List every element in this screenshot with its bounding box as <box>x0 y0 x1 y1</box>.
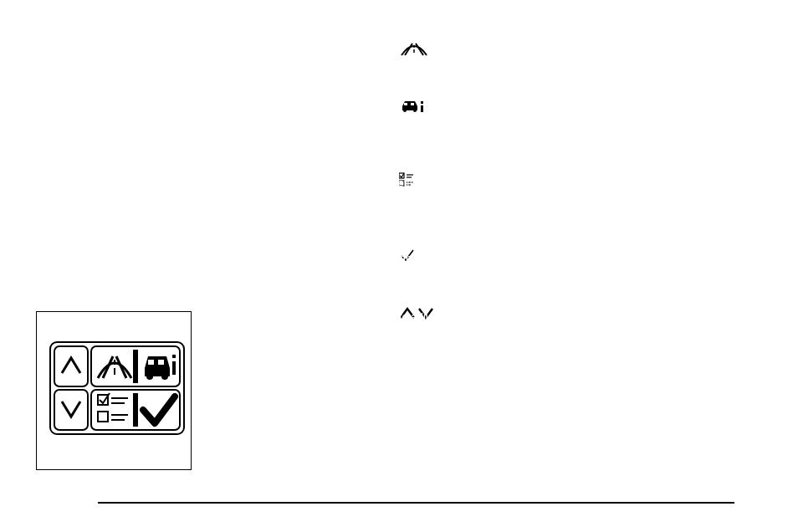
customization-text: Press this button to customize the featu… <box>100 176 746 204</box>
set-reset-label: (Set/Reset): <box>100 252 161 264</box>
vehicle-info-description: (Vehicle Information): Press this button… <box>100 115 748 145</box>
svg-rect-25 <box>148 360 154 365</box>
set-reset-description: (Set/Reset): Press this button to set or… <box>100 251 748 266</box>
car-info-icon <box>399 99 426 114</box>
svg-rect-8 <box>421 101 423 104</box>
set-reset-text: Press this button to set or reset certai… <box>164 252 657 264</box>
svg-rect-9 <box>421 105 423 112</box>
arrows-description: : Press either of these buttons to adjus… <box>251 309 748 339</box>
svg-rect-17 <box>54 346 88 386</box>
svg-rect-38 <box>133 393 138 427</box>
arrows-text: Press either of these buttons to adjust … <box>251 310 741 338</box>
svg-rect-30 <box>172 361 176 375</box>
road-perspective-icon <box>400 40 428 59</box>
arrows-label: : <box>251 310 254 323</box>
page: DIC Buttons (Trip/Fuel): Press this butt… <box>0 0 798 532</box>
section-heading: DIC Buttons <box>100 23 101 24</box>
svg-rect-5 <box>411 103 414 105</box>
svg-rect-18 <box>54 390 88 430</box>
svg-rect-4 <box>404 103 407 105</box>
page-footer-rule <box>98 502 734 504</box>
svg-point-28 <box>161 373 168 380</box>
keypad-illustration <box>49 341 185 435</box>
svg-rect-26 <box>158 360 164 365</box>
customization-description: (Customization): Press this button to cu… <box>100 176 748 205</box>
customization-label: (Customization): <box>100 176 187 189</box>
svg-rect-24 <box>133 350 138 383</box>
vehicle-info-label: (Vehicle Information): <box>100 116 212 129</box>
page-number: 3-47 <box>0 0 1 1</box>
svg-rect-29 <box>172 355 176 358</box>
figure-caption: Head-Up Display (HUD) Version Shown <box>37 312 38 313</box>
svg-point-27 <box>146 373 153 380</box>
dic-buttons-figure: Head-Up Display (HUD) Version Shown <box>36 311 192 470</box>
svg-point-6 <box>403 109 407 112</box>
svg-point-7 <box>413 109 417 112</box>
trip-fuel-label: (Trip/Fuel): <box>100 101 156 114</box>
svg-rect-35 <box>98 412 108 422</box>
